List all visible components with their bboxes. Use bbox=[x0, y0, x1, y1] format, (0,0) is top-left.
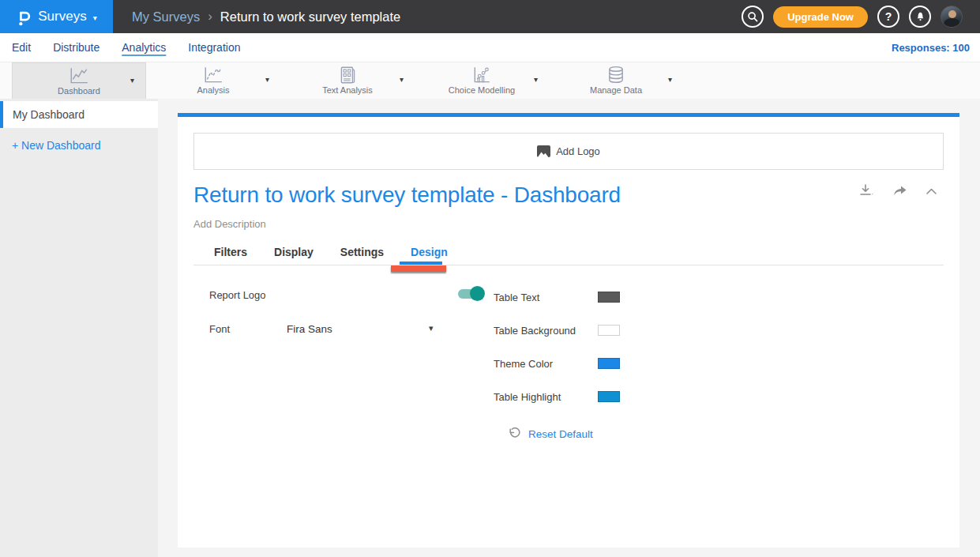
tab-settings[interactable]: Settings bbox=[340, 246, 384, 258]
nav-item-edit[interactable]: Edit bbox=[12, 41, 31, 54]
font-label: Font bbox=[209, 323, 230, 335]
nav-item-integration[interactable]: Integration bbox=[188, 41, 240, 54]
report-logo-toggle[interactable] bbox=[458, 289, 484, 299]
dashboard-card: Add Logo Return to work survey template … bbox=[178, 113, 959, 548]
breadcrumb-my-surveys[interactable]: My Surveys bbox=[132, 9, 200, 24]
app-window: Surveys ▾ My Surveys › Return to work su… bbox=[0, 0, 980, 557]
tabs-divider bbox=[193, 265, 944, 265]
settings-tabs: Filters Display Settings Design bbox=[178, 246, 448, 258]
bell-icon bbox=[914, 10, 926, 23]
toolbar-item-dashboard[interactable]: Dashboard ▾ bbox=[12, 62, 146, 100]
chevron-down-icon[interactable]: ▾ bbox=[668, 75, 672, 84]
toolbar-item-label: Dashboard bbox=[13, 86, 145, 96]
download-button[interactable] bbox=[859, 184, 874, 198]
add-logo-dropzone[interactable]: Add Logo bbox=[193, 133, 944, 170]
search-icon bbox=[747, 11, 759, 23]
report-logo-label: Report Logo bbox=[209, 289, 266, 301]
dot-line-chart-icon bbox=[415, 66, 549, 85]
table-text-swatch[interactable] bbox=[598, 292, 620, 303]
toolbar-item-label: Analysis bbox=[146, 85, 280, 95]
sidebar-item-label: My Dashboard bbox=[13, 108, 84, 121]
toggle-knob bbox=[470, 286, 485, 301]
toolbar-item-label: Text Analysis bbox=[280, 85, 415, 95]
dashboard-header-actions bbox=[859, 184, 937, 198]
tab-design[interactable]: Design bbox=[411, 246, 448, 258]
avatar-shoulders bbox=[944, 18, 960, 28]
notifications-button[interactable] bbox=[909, 6, 931, 28]
font-select[interactable]: Fira Sans bbox=[287, 323, 332, 335]
top-bar: Surveys ▾ My Surveys › Return to work su… bbox=[0, 0, 980, 33]
reset-default-button[interactable]: Reset Default bbox=[508, 427, 593, 440]
avatar-face bbox=[948, 10, 956, 18]
chevron-down-icon[interactable]: ▾ bbox=[429, 323, 434, 333]
reset-default-label: Reset Default bbox=[528, 428, 593, 440]
nav-item-analytics[interactable]: Analytics bbox=[122, 41, 166, 54]
toolbar-item-label: Manage Data bbox=[549, 85, 683, 95]
product-switcher[interactable]: Surveys ▾ bbox=[0, 0, 113, 33]
tab-filters[interactable]: Filters bbox=[214, 246, 247, 258]
reset-icon bbox=[508, 427, 520, 440]
theme-color-swatch[interactable] bbox=[598, 358, 620, 369]
question-mark-icon: ? bbox=[885, 10, 892, 23]
user-avatar[interactable] bbox=[941, 6, 963, 28]
add-logo-label: Add Logo bbox=[556, 145, 600, 157]
tab-display[interactable]: Display bbox=[274, 246, 314, 258]
collapse-button[interactable] bbox=[926, 187, 937, 195]
questionpro-logo-icon bbox=[16, 7, 32, 27]
share-button[interactable] bbox=[892, 185, 907, 198]
chevron-down-icon[interactable]: ▾ bbox=[130, 76, 134, 85]
search-button[interactable] bbox=[742, 6, 764, 28]
table-highlight-label: Table Highlight bbox=[494, 391, 561, 403]
breadcrumb: My Surveys › Return to work survey templ… bbox=[132, 9, 742, 24]
active-tab-underline bbox=[400, 262, 442, 265]
trend-chart-icon bbox=[146, 66, 280, 85]
click-highlight-annotation bbox=[391, 265, 446, 272]
dashboard-sidebar: My Dashboard + New Dashboard bbox=[0, 99, 158, 557]
analytics-toolbar: Dashboard ▾ Analysis ▾ Text Analysis ▾ C… bbox=[0, 62, 980, 99]
new-dashboard-button[interactable]: + New Dashboard bbox=[12, 139, 100, 152]
toolbar-item-label: Choice Modelling bbox=[415, 85, 549, 95]
product-name: Surveys bbox=[38, 9, 86, 24]
card-accent-bar bbox=[178, 113, 959, 117]
topbar-actions: Upgrade Now ? bbox=[742, 6, 980, 28]
chevron-down-icon[interactable]: ▾ bbox=[265, 75, 269, 84]
chevron-down-icon[interactable]: ▾ bbox=[534, 75, 538, 84]
help-button[interactable]: ? bbox=[877, 6, 899, 28]
dashboard-title[interactable]: Return to work survey template - Dashboa… bbox=[193, 183, 621, 208]
toolbar-item-choice-modelling[interactable]: Choice Modelling ▾ bbox=[415, 62, 549, 100]
database-icon bbox=[549, 66, 683, 85]
toolbar-item-manage-data[interactable]: Manage Data ▾ bbox=[549, 62, 683, 100]
upgrade-now-button[interactable]: Upgrade Now bbox=[773, 6, 868, 28]
survey-nav-links: Edit Distribute Analytics Integration bbox=[0, 41, 240, 54]
chevron-down-icon[interactable]: ▾ bbox=[400, 75, 404, 84]
chevron-down-icon: ▾ bbox=[93, 13, 97, 22]
table-text-label: Table Text bbox=[494, 292, 539, 303]
table-highlight-swatch[interactable] bbox=[598, 391, 620, 402]
line-chart-icon bbox=[13, 66, 145, 85]
breadcrumb-current: Return to work survey template bbox=[220, 9, 400, 24]
toolbar-item-text-analysis[interactable]: Text Analysis ▾ bbox=[280, 62, 415, 100]
table-background-swatch[interactable] bbox=[598, 325, 620, 336]
responses-count[interactable]: Responses: 100 bbox=[892, 42, 980, 54]
image-icon bbox=[537, 145, 550, 157]
nav-item-distribute[interactable]: Distribute bbox=[53, 41, 100, 54]
survey-nav: Edit Distribute Analytics Integration Re… bbox=[0, 33, 980, 62]
breadcrumb-separator: › bbox=[208, 9, 212, 24]
sidebar-item-my-dashboard[interactable]: My Dashboard bbox=[0, 101, 158, 128]
theme-color-label: Theme Color bbox=[494, 358, 553, 370]
toolbar-item-analysis[interactable]: Analysis ▾ bbox=[146, 62, 280, 100]
add-description-field[interactable]: Add Description bbox=[193, 218, 266, 230]
news-grid-icon bbox=[280, 66, 415, 85]
table-background-label: Table Background bbox=[494, 325, 576, 337]
